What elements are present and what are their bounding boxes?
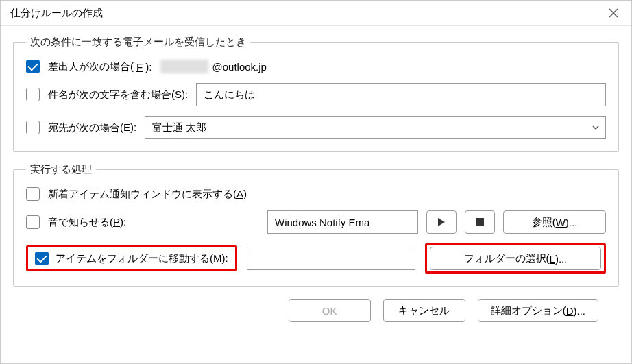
subject-label[interactable]: 件名が次の文字を含む場合(S): bbox=[48, 88, 188, 101]
to-label[interactable]: 宛先が次の場合(E): bbox=[48, 121, 136, 134]
ok-button[interactable]: OK bbox=[289, 299, 371, 322]
actions-group: 実行する処理 新着アイテム通知ウィンドウに表示する(A) 音で知らせる(P): bbox=[13, 163, 619, 287]
move-highlight-left: アイテムをフォルダーに移動する(M): bbox=[26, 245, 237, 271]
alert-checkbox[interactable] bbox=[26, 187, 40, 201]
from-label[interactable]: 差出人が次の場合(F): @outlook.jp bbox=[48, 60, 267, 73]
advanced-options-button[interactable]: 詳細オプション(D)... bbox=[478, 299, 598, 322]
alert-row: 新着アイテム通知ウィンドウに表示する(A) bbox=[26, 187, 606, 201]
from-email-domain: @outlook.jp bbox=[212, 61, 267, 73]
conditions-legend: 次の条件に一致する電子メールを受信したとき bbox=[26, 36, 250, 49]
sound-row: 音で知らせる(P): 参照(W)... bbox=[26, 210, 606, 234]
move-row: アイテムをフォルダーに移動する(M): フォルダーの選択(L)... bbox=[26, 243, 606, 274]
move-checkbox[interactable] bbox=[35, 252, 49, 265]
chevron-down-icon bbox=[592, 123, 600, 132]
from-email-masked bbox=[160, 60, 208, 73]
conditions-group: 次の条件に一致する電子メールを受信したとき 差出人が次の場合(F): @outl… bbox=[13, 36, 619, 152]
create-rule-dialog: 仕分けルールの作成 次の条件に一致する電子メールを受信したとき 差出人が次の場合… bbox=[0, 0, 632, 364]
move-folder-input[interactable] bbox=[247, 247, 415, 270]
from-checkbox[interactable] bbox=[26, 60, 40, 73]
move-highlight-right: フォルダーの選択(L)... bbox=[425, 243, 606, 274]
stop-sound-button[interactable] bbox=[465, 210, 495, 234]
play-icon bbox=[438, 218, 445, 226]
titlebar: 仕分けルールの作成 bbox=[1, 1, 631, 26]
subject-checkbox[interactable] bbox=[26, 88, 40, 101]
sound-label[interactable]: 音で知らせる(P): bbox=[48, 216, 158, 229]
subject-row: 件名が次の文字を含む場合(S): bbox=[26, 83, 606, 106]
play-sound-button[interactable] bbox=[426, 210, 457, 234]
footer: OK キャンセル 詳細オプション(D)... bbox=[13, 293, 619, 322]
to-checkbox[interactable] bbox=[26, 121, 40, 134]
actions-legend: 実行する処理 bbox=[26, 163, 96, 176]
cancel-button[interactable]: キャンセル bbox=[383, 299, 465, 322]
to-select[interactable]: 富士通 太郎 bbox=[145, 116, 606, 139]
subject-input[interactable] bbox=[196, 83, 606, 106]
alert-label[interactable]: 新着アイテム通知ウィンドウに表示する(A) bbox=[48, 188, 247, 201]
sound-file-input[interactable] bbox=[267, 210, 418, 234]
stop-icon bbox=[476, 218, 484, 226]
sound-checkbox[interactable] bbox=[26, 215, 40, 229]
browse-sound-button[interactable]: 参照(W)... bbox=[503, 210, 606, 234]
move-label[interactable]: アイテムをフォルダーに移動する(M): bbox=[56, 252, 228, 265]
from-row: 差出人が次の場合(F): @outlook.jp bbox=[26, 60, 606, 73]
content: 次の条件に一致する電子メールを受信したとき 差出人が次の場合(F): @outl… bbox=[1, 26, 631, 328]
to-row: 宛先が次の場合(E): 富士通 太郎 bbox=[26, 116, 606, 139]
close-icon[interactable] bbox=[603, 5, 624, 21]
select-folder-button[interactable]: フォルダーの選択(L)... bbox=[430, 247, 601, 270]
window-title: 仕分けルールの作成 bbox=[10, 7, 103, 20]
to-select-value: 富士通 太郎 bbox=[152, 121, 206, 134]
